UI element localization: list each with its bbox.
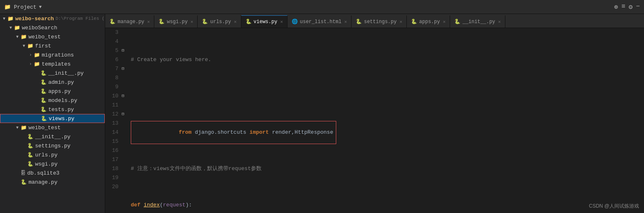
collapse-icon[interactable]: ≡ bbox=[621, 3, 625, 11]
tab-close-user-list[interactable]: ✕ bbox=[344, 19, 347, 24]
sidebar-item-migrations[interactable]: › 📁 migrations bbox=[0, 50, 105, 59]
ln-9: 9 bbox=[105, 83, 118, 92]
settings-py-label: settings.py bbox=[35, 143, 71, 149]
folder-icon: 📁 bbox=[14, 25, 20, 31]
tab-wsgi[interactable]: 🐍 wsgi.py ✕ bbox=[154, 15, 198, 28]
code-line-5: from django.shortcuts import render,Http… bbox=[131, 128, 644, 137]
sidebar-item-templates[interactable]: › 📁 templates bbox=[0, 59, 105, 69]
sidebar-item-init-py-2[interactable]: 🐍 __init__.py bbox=[0, 132, 105, 141]
fold-16 bbox=[122, 146, 127, 155]
param-request-7: request bbox=[163, 201, 186, 210]
tab-manage[interactable]: 🐍 manage.py ✕ bbox=[105, 15, 154, 28]
fold-20 bbox=[122, 182, 127, 192]
init-py-1-label: __init__.py bbox=[48, 70, 84, 76]
comment-6: # 注意：views文件中的函数，默认携带request参数 bbox=[131, 164, 262, 173]
tab-icon-apps: 🐍 bbox=[411, 19, 417, 25]
code-line-3: # Create your views here. bbox=[131, 55, 644, 64]
tab-init[interactable]: 🐍 __init__.py ✕ bbox=[450, 15, 505, 28]
ln-17: 17 bbox=[105, 155, 118, 164]
weibo-test-2-arrow: ▼ bbox=[14, 125, 21, 130]
tab-close-apps[interactable]: ✕ bbox=[443, 19, 446, 24]
tab-close-settings[interactable]: ✕ bbox=[399, 19, 402, 24]
python-file-icon: 🐍 bbox=[27, 152, 33, 158]
models-py-label: models.py bbox=[48, 97, 77, 104]
sidebar-item-views-py[interactable]: 🐍 views.py bbox=[0, 114, 105, 123]
sidebar-item-tests-py[interactable]: 🐍 tests.py bbox=[0, 105, 105, 114]
fold-9 bbox=[122, 83, 127, 92]
sidebar-item-init-py-1[interactable]: 🐍 __init__.py bbox=[0, 69, 105, 78]
root-arrow: ▼ bbox=[1, 17, 7, 21]
apps-py-label: apps.py bbox=[48, 88, 71, 95]
kw-def-7: def bbox=[131, 201, 144, 210]
tab-close-manage[interactable]: ✕ bbox=[147, 19, 150, 24]
python-file-icon: 🐍 bbox=[40, 79, 47, 85]
tab-close-wsgi[interactable]: ✕ bbox=[191, 19, 193, 24]
ln-15: 15 bbox=[105, 137, 118, 146]
root-folder-icon: 📁 bbox=[7, 16, 14, 22]
sidebar-item-weibo-test-2[interactable]: ▼ 📁 weibo_test bbox=[0, 123, 105, 132]
tab-close-views[interactable]: ✕ bbox=[280, 19, 283, 24]
ln-3: 3 bbox=[105, 28, 118, 37]
folder-icon: 📁 bbox=[27, 43, 33, 49]
fn-index: index bbox=[144, 201, 160, 210]
tab-apps[interactable]: 🐍 apps.py ✕ bbox=[407, 15, 450, 28]
ln-19: 19 bbox=[105, 173, 118, 182]
sidebar-root[interactable]: ▼ 📁 weibo-search D:\Program Files (x86)\… bbox=[0, 14, 105, 23]
sidebar: ▼ 📁 weibo-search D:\Program Files (x86)\… bbox=[0, 14, 105, 213]
sidebar-item-weibosearch[interactable]: ▼ 📁 weiboSearch bbox=[0, 23, 105, 32]
sidebar-item-db-sqlite3[interactable]: 🗄 db.sqlite3 bbox=[0, 168, 105, 178]
root-path: D:\Program Files (x86)\Py... bbox=[56, 16, 105, 21]
kw-import: import bbox=[250, 129, 272, 135]
tab-user-list[interactable]: 🌐 user_list.html ✕ bbox=[288, 15, 351, 28]
tab-icon-init: 🐍 bbox=[454, 19, 460, 25]
db-file-icon: 🗄 bbox=[21, 170, 26, 176]
fold-17 bbox=[122, 155, 127, 164]
sidebar-item-models-py[interactable]: 🐍 models.py bbox=[0, 96, 105, 105]
python-file-icon: 🐍 bbox=[27, 134, 33, 140]
line-numbers: 3 4 5 6 7 8 9 10 11 12 13 14 15 16 17 18 bbox=[105, 28, 122, 213]
main-layout: ▼ 📁 weibo-search D:\Program Files (x86)\… bbox=[0, 14, 644, 213]
gear-icon[interactable]: ⚙ bbox=[629, 3, 633, 11]
fold-6 bbox=[122, 55, 127, 64]
sidebar-item-urls-py[interactable]: 🐍 urls.py bbox=[0, 150, 105, 159]
tab-label-apps: apps.py bbox=[419, 19, 440, 25]
sidebar-item-wsgi-py[interactable]: 🐍 wsgi.py bbox=[0, 159, 105, 168]
sidebar-item-weibo-test-1[interactable]: ▼ 📁 weibo_test bbox=[0, 32, 105, 41]
title-bar-left: 📁 Project ▼ bbox=[4, 4, 42, 10]
sidebar-item-settings-py[interactable]: 🐍 settings.py bbox=[0, 141, 105, 150]
sidebar-item-admin-py[interactable]: 🐍 admin.py bbox=[0, 78, 105, 87]
folder-icon: 📁 bbox=[21, 34, 27, 40]
python-file-icon: 🐍 bbox=[21, 179, 27, 185]
dropdown-arrow[interactable]: ▼ bbox=[39, 5, 42, 9]
sidebar-item-first[interactable]: ▼ 📁 first bbox=[0, 41, 105, 50]
import-items: render,HttpResponse bbox=[272, 129, 333, 135]
fold-10: ⊟ bbox=[122, 92, 127, 101]
migrations-arrow: › bbox=[27, 53, 34, 57]
tab-urls[interactable]: 🐍 urls.py ✕ bbox=[198, 15, 241, 28]
sidebar-item-apps-py[interactable]: 🐍 apps.py bbox=[0, 87, 105, 96]
tab-settings[interactable]: 🐍 settings.py ✕ bbox=[351, 15, 407, 28]
tab-label-views: views.py bbox=[254, 19, 278, 25]
weibo-test-1-label: weibo_test bbox=[28, 34, 61, 40]
editor-content[interactable]: 3 4 5 6 7 8 9 10 11 12 13 14 15 16 17 18 bbox=[105, 28, 644, 213]
tab-icon-user-list: 🌐 bbox=[292, 19, 298, 25]
migrations-label: migrations bbox=[42, 52, 74, 58]
title-bar: 📁 Project ▼ ⊕ ≡ ⚙ − bbox=[0, 0, 644, 14]
ln-4: 4 bbox=[105, 37, 118, 46]
tab-close-urls[interactable]: ✕ bbox=[234, 19, 237, 24]
tab-label-settings: settings.py bbox=[364, 19, 396, 25]
watermark: CSDN @人间试炼游戏 bbox=[589, 203, 639, 210]
sync-icon[interactable]: ⊕ bbox=[614, 3, 618, 11]
weibosearch-arrow: ▼ bbox=[7, 26, 14, 30]
code-line-4 bbox=[131, 92, 644, 101]
code-lines: # Create your views here. from django.sh… bbox=[127, 28, 644, 213]
tab-label-wsgi: wsgi.py bbox=[167, 19, 187, 25]
tab-views[interactable]: 🐍 views.py ✕ bbox=[241, 15, 288, 28]
module-name: django.shortcuts bbox=[195, 129, 250, 135]
minimize-icon[interactable]: − bbox=[636, 3, 640, 11]
editor-area: 🐍 manage.py ✕ 🐍 wsgi.py ✕ 🐍 urls.py ✕ 🐍 … bbox=[105, 14, 644, 213]
tab-icon-views: 🐍 bbox=[245, 19, 252, 25]
tab-close-init[interactable]: ✕ bbox=[498, 19, 501, 24]
sidebar-item-manage-py[interactable]: 🐍 manage.py bbox=[0, 178, 105, 187]
manage-py-label: manage.py bbox=[28, 179, 57, 185]
